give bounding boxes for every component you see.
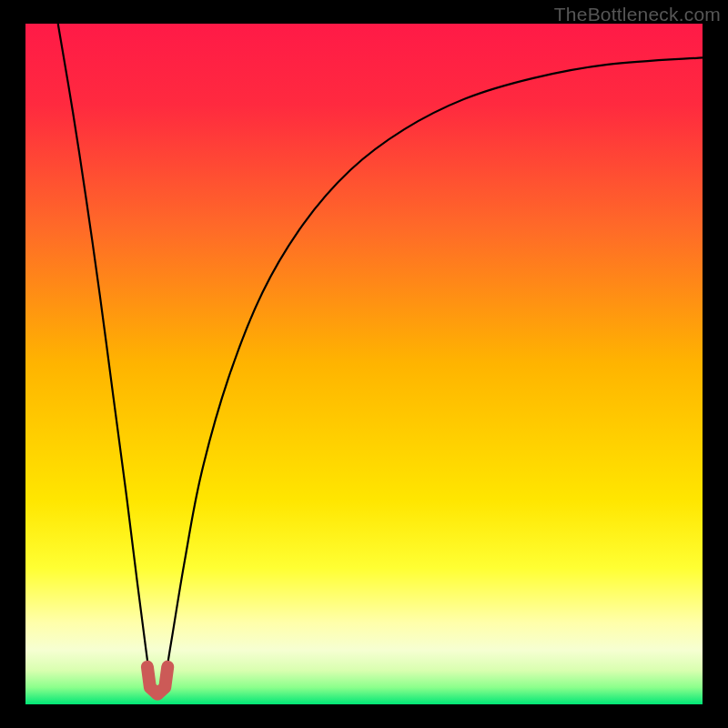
outer-black-frame: TheBottleneck.com	[0, 0, 728, 728]
bottleneck-curve	[58, 24, 703, 693]
plot-area	[25, 24, 703, 704]
dip-marker	[147, 667, 167, 694]
chart-curve-layer	[25, 24, 703, 704]
watermark-label: TheBottleneck.com	[554, 4, 721, 25]
